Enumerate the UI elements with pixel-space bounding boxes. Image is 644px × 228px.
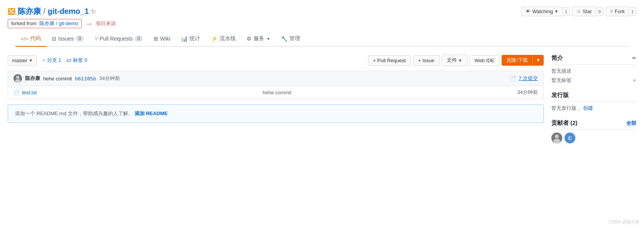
commit-author-name[interactable]: 陈亦康 xyxy=(25,75,40,82)
issues-tab-label: Issues xyxy=(58,36,74,42)
commit-time: 34分钟前 xyxy=(99,75,120,82)
fork-btn[interactable]: ⑂ Fork xyxy=(606,7,629,16)
star-icon: ☆ xyxy=(576,9,581,14)
manage-tab-label: 管理 xyxy=(289,35,300,42)
fork-source-box: forked from 陈亦康 / git-demo xyxy=(8,19,82,28)
fork-icon: ⑂ xyxy=(610,9,613,14)
watching-group: 👁 Watching ▼ 1 xyxy=(521,7,570,16)
file-time: 34分钟前 xyxy=(517,89,538,96)
contributors-list: C xyxy=(551,133,636,143)
svg-point-1 xyxy=(16,76,19,79)
fork-count-badge: 1 xyxy=(629,7,636,16)
contributor-avatar-1[interactable]: C xyxy=(565,133,575,143)
wiki-tab-label: Wiki xyxy=(160,36,170,42)
manage-tab-icon: 🔧 xyxy=(281,36,287,42)
file-commit-msg: hehe commit xyxy=(263,90,291,95)
repo-content: master ▼ ⑂ 分支 1 🏷 标签 0 xyxy=(8,54,544,151)
eye-icon: 👁 xyxy=(526,9,531,14)
watching-count-badge: 1 xyxy=(562,7,570,16)
file-icon: 📄 xyxy=(14,90,20,95)
sidebar-tag-label: 暂无标签 xyxy=(551,77,571,84)
pull-request-btn[interactable]: + Pull Request xyxy=(368,55,411,66)
fork-label: Fork xyxy=(615,9,625,14)
issues-tab-icon: ⊟ xyxy=(52,36,56,42)
file-name-link[interactable]: 📄 test.txt xyxy=(14,90,37,95)
tab-stats[interactable]: 📊 统计 xyxy=(176,31,206,47)
sidebar-add-tag-btn[interactable]: + xyxy=(633,77,636,84)
commit-author-avatar xyxy=(14,74,22,83)
star-btn[interactable]: ☆ Star xyxy=(572,7,596,16)
tab-wiki[interactable]: ⊞ Wiki xyxy=(148,32,176,46)
repo-icon: 🔀 xyxy=(8,8,15,15)
svg-point-5 xyxy=(553,139,560,143)
commit-bar: 陈亦康 hehe commit b61105b 34分钟前 📄 7 次提交 xyxy=(8,71,544,86)
tab-service[interactable]: ⚙ 服务 ▼ xyxy=(241,31,276,47)
stats-tab-label: 统计 xyxy=(189,35,200,42)
repo-name[interactable]: git-demo_1 xyxy=(48,7,89,16)
contributors-all-link[interactable]: 全部 xyxy=(626,120,636,127)
commit-message: hehe commit xyxy=(43,76,72,82)
edit-intro-icon[interactable]: ✏ xyxy=(632,55,636,61)
webide-btn[interactable]: Web IDE xyxy=(470,55,500,66)
clone-btn-caret[interactable]: ▼ xyxy=(532,55,544,66)
fork-group: ⑂ Fork 1 xyxy=(606,7,636,16)
svg-point-4 xyxy=(555,134,559,138)
tab-manage[interactable]: 🔧 管理 xyxy=(276,31,306,47)
sidebar-contributors-section: 贡献者 (2) 全部 C xyxy=(551,119,636,143)
wiki-tab-icon: ⊞ xyxy=(154,36,158,42)
file-btn[interactable]: 文件 ▼ xyxy=(442,54,467,66)
file-btn-caret: ▼ xyxy=(458,58,462,63)
pr-tab-icon: ⑂ xyxy=(95,36,98,42)
sidebar-intro-title: 简介 ✏ xyxy=(551,54,636,65)
table-row: 📄 test.txt hehe commit 34分钟前 xyxy=(8,86,543,99)
fork-info: forked from 陈亦康 / git-demo → 项目来源 xyxy=(8,19,636,28)
branch-bar-left: master ▼ ⑂ 分支 1 🏷 标签 0 xyxy=(8,55,87,66)
tag-count-label: 标签 0 xyxy=(73,57,87,64)
issue-btn[interactable]: + Issue xyxy=(413,55,439,66)
file-list: 📄 test.txt hehe commit 34分钟前 xyxy=(8,86,544,99)
tab-pullrequests[interactable]: ⑂ Pull Requests 0 xyxy=(89,32,148,46)
tag-count-icon: 🏷 xyxy=(66,58,71,63)
watermark: CSDN @陈亦康 xyxy=(609,219,639,225)
branch-select-caret: ▼ xyxy=(29,58,33,63)
fork-source-link[interactable]: 陈亦康 / git-demo xyxy=(39,20,78,26)
sidebar-tag-row: 暂无标签 + xyxy=(551,77,636,84)
pr-badge: 0 xyxy=(135,36,143,42)
commit-hash[interactable]: b61105b xyxy=(75,76,96,82)
pipeline-tab-label: 流水线 xyxy=(220,35,236,42)
service-caret: ▼ xyxy=(266,37,270,41)
branch-name: master xyxy=(12,58,27,63)
watching-caret-icon: ▼ xyxy=(554,9,558,14)
commit-bar-left: 陈亦康 hehe commit b61105b 34分钟前 xyxy=(14,74,120,83)
tab-issues[interactable]: ⊟ Issues 0 xyxy=(46,32,89,46)
contributor-avatar-0[interactable] xyxy=(551,133,562,143)
star-label: Star xyxy=(583,9,592,14)
forked-from-text: forked from xyxy=(11,20,37,26)
commit-count-icon: 📄 xyxy=(510,75,516,82)
pipeline-tab-icon: ⚡ xyxy=(211,36,218,42)
refresh-icon[interactable]: ↻ xyxy=(91,8,96,15)
branch-count-label: 分支 1 xyxy=(47,57,61,64)
watching-btn[interactable]: 👁 Watching ▼ xyxy=(521,7,562,16)
commit-count-link[interactable]: 7 次提交 xyxy=(519,75,538,82)
tab-pipeline[interactable]: ⚡ 流水线 xyxy=(206,31,241,47)
branch-bar: master ▼ ⑂ 分支 1 🏷 标签 0 xyxy=(8,54,544,66)
readme-add-link[interactable]: 添加 README xyxy=(135,110,168,117)
sidebar-contributors-title: 贡献者 (2) 全部 xyxy=(551,119,636,129)
tab-code[interactable]: </> 代码 xyxy=(15,31,46,47)
sidebar-intro-desc: 暂无描述 xyxy=(551,68,636,75)
release-create-link[interactable]: 创建 xyxy=(583,105,593,111)
branch-meta: ⑂ 分支 1 🏷 标签 0 xyxy=(42,57,88,64)
tag-count-link[interactable]: 🏷 标签 0 xyxy=(66,57,87,64)
pr-tab-label: Pull Requests xyxy=(100,36,133,42)
sidebar-release-info: 暂无发行版， 创建 xyxy=(551,105,636,112)
nav-tabs: </> 代码 ⊟ Issues 0 ⑂ Pull Requests 0 ⊞ Wi… xyxy=(15,31,629,47)
fork-source-label: 项目来源 xyxy=(96,20,116,27)
sidebar-intro-section: 简介 ✏ 暂无描述 暂无标签 + xyxy=(551,54,636,84)
watching-label: Watching xyxy=(532,9,553,14)
clone-btn[interactable]: 克隆/下载 xyxy=(502,55,532,66)
branch-count-link[interactable]: ⑂ 分支 1 xyxy=(42,57,61,64)
star-group: ☆ Star 0 xyxy=(572,7,603,16)
branch-select[interactable]: master ▼ xyxy=(8,55,37,66)
repo-owner[interactable]: 陈亦康 xyxy=(18,6,41,17)
